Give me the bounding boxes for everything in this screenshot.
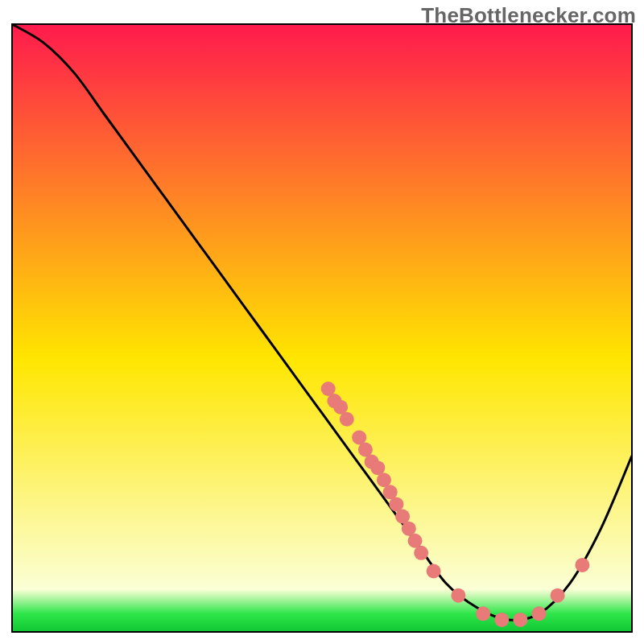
data-point [476,606,490,621]
watermark-text: TheBottlenecker.com [421,3,636,28]
data-point [575,558,589,572]
data-point [494,613,509,627]
data-point [551,588,565,603]
data-point [414,546,428,560]
bottleneck-chart [0,0,644,644]
data-point [340,412,354,427]
chart-container: TheBottlenecker.com [0,0,644,644]
data-point [427,564,441,579]
data-point [451,588,465,603]
data-point [513,613,527,627]
data-point [532,606,547,621]
